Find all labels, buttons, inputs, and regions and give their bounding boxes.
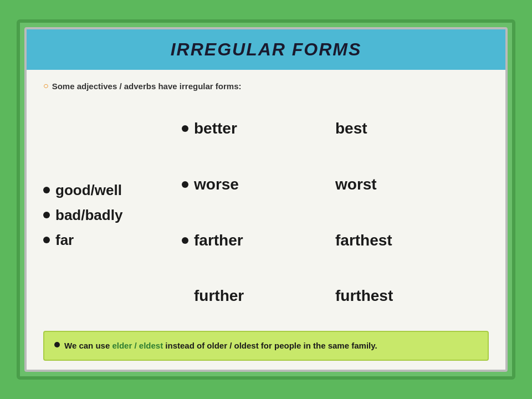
intro-text: Some adjectives / adverbs have irregular… (52, 81, 242, 91)
left-item-label: bad/badly (55, 207, 122, 224)
content-area: ○ Some adjectives / adverbs have irregul… (27, 70, 505, 370)
comparative-item-no-bullet: further (182, 284, 335, 308)
superlative-item: worst (335, 172, 489, 197)
bullet-dot-icon (43, 187, 50, 193)
comparative-item: better (182, 116, 335, 141)
page-title: IRREGULAR FORMS (171, 39, 362, 59)
note-bullet-icon (54, 342, 60, 347)
left-item-label: good/well (55, 182, 122, 199)
bullet-dot-icon (182, 237, 188, 244)
bullet-dot-icon (182, 125, 188, 132)
list-item: far (43, 232, 176, 249)
comparative-label: farther (194, 232, 243, 249)
left-column: good/well bad/badly far (43, 102, 176, 323)
superlative-label: farthest (335, 232, 392, 249)
note-text: We can use elder / eldest instead of old… (54, 340, 478, 352)
list-item: good/well (43, 182, 176, 199)
comparative-item: farther (182, 228, 335, 253)
comparative-label: further (194, 287, 244, 305)
superlative-label: furthest (335, 287, 393, 305)
main-grid: good/well bad/badly far better (43, 102, 489, 323)
note-box: We can use elder / eldest instead of old… (43, 331, 489, 361)
superlative-label: worst (335, 176, 377, 193)
intro-line: ○ Some adjectives / adverbs have irregul… (43, 81, 489, 91)
bullet-dot-icon (43, 212, 50, 218)
comparative-label: better (194, 120, 237, 137)
comparative-label: worse (194, 176, 239, 193)
superlative-item: best (335, 116, 489, 141)
bullet-dot-icon (182, 181, 188, 188)
superlative-label: best (335, 120, 367, 137)
right-column: better best worse worst farther (176, 102, 489, 323)
superlative-item: farthest (335, 228, 489, 253)
superlative-item: furthest (335, 284, 489, 308)
bullet-dot-icon (43, 237, 50, 243)
left-item-label: far (55, 232, 74, 249)
note-highlight: elder / eldest (112, 341, 163, 350)
intro-bullet-icon: ○ (43, 81, 49, 91)
main-card: IRREGULAR FORMS ○ Some adjectives / adve… (24, 27, 508, 372)
comparative-item: worse (182, 172, 335, 197)
list-item: bad/badly (43, 207, 176, 224)
title-bar: IRREGULAR FORMS (27, 29, 505, 70)
outer-border: IRREGULAR FORMS ○ Some adjectives / adve… (17, 19, 515, 380)
note-content: We can use elder / eldest instead of old… (64, 340, 377, 352)
